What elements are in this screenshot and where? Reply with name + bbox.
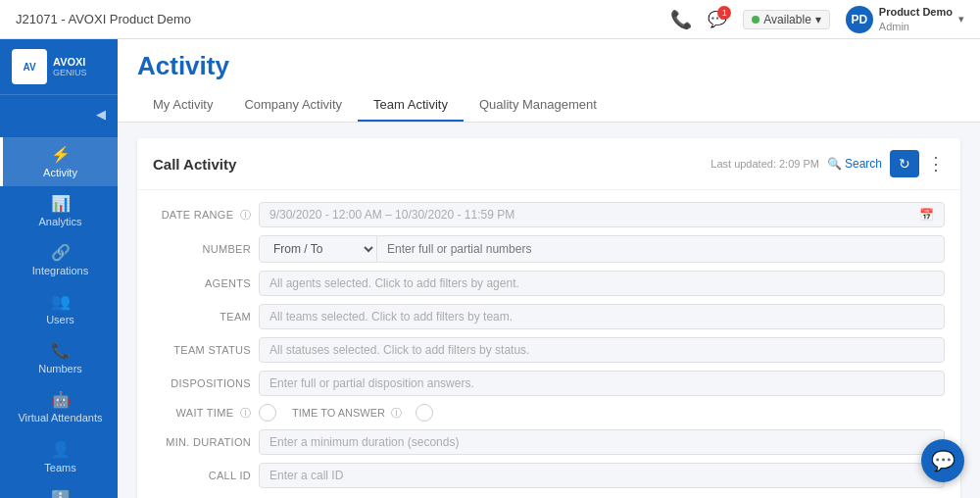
filter-dispositions: DISPOSITIONS Enter full or partial dispo…: [153, 371, 945, 396]
card-title: Call Activity: [153, 156, 236, 173]
avatar: PD: [846, 6, 873, 33]
info-icon: ⓘ: [240, 209, 251, 221]
sidebar-item-integrations[interactable]: 🔗 Integrations: [0, 235, 118, 284]
notifications-icon[interactable]: 💬 1: [708, 10, 727, 28]
sidebar-item-teams-label: Teams: [44, 462, 75, 473]
sidebar-item-activity-label: Activity: [43, 167, 77, 178]
number-filter-input[interactable]: From / To: [259, 235, 945, 263]
team-input[interactable]: All teams selected. Click to add filters…: [259, 304, 945, 329]
tta-info-icon: ⓘ: [391, 407, 402, 419]
time-to-answer-filter: TIME TO ANSWER ⓘ: [292, 404, 945, 422]
sidebar-item-analytics-label: Analytics: [38, 216, 81, 227]
tab-quality-management[interactable]: Quality Management: [464, 89, 612, 122]
filters-section: DATE RANGE ⓘ 9/30/2020 - 12:00 AM – 10/3…: [137, 190, 960, 498]
wait-time-info-icon: ⓘ: [240, 407, 251, 419]
integrations-icon: 🔗: [51, 243, 71, 262]
date-range-value[interactable]: 9/30/2020 - 12:00 AM – 10/30/2020 - 11:5…: [259, 202, 945, 227]
wait-time-circle: [259, 404, 276, 422]
virtual-attendants-icon: 🤖: [51, 390, 71, 409]
user-info: Product Demo Admin: [879, 5, 953, 33]
team-status-input[interactable]: All statuses selected. Click to add filt…: [259, 337, 945, 363]
sidebar-item-analytics[interactable]: 📊 Analytics: [0, 186, 118, 235]
team-status-label: TEAM STATUS: [153, 344, 251, 356]
page-title-row: Activity: [137, 51, 960, 81]
team-label: TEAM: [153, 311, 251, 323]
sidebar-item-virtual-attendants-label: Virtual Attendants: [18, 412, 102, 424]
dispositions-input[interactable]: Enter full or partial disposition answer…: [259, 371, 945, 396]
filter-team-status: TEAM STATUS All statuses selected. Click…: [153, 337, 945, 363]
topbar-title: J21071 - AVOXI Product Demo: [16, 12, 191, 26]
notification-badge: 1: [717, 6, 731, 20]
sidebar-item-virtual-attendants[interactable]: 🤖 Virtual Attendants: [0, 382, 118, 432]
sidebar-item-integrations-label: Integrations: [32, 265, 88, 276]
page-header: Activity My Activity Company Activity Te…: [118, 39, 980, 123]
call-id-input[interactable]: Enter a call ID: [259, 463, 945, 488]
main-layout: AV AVOXI GENIUS ◀ ⚡ Activity 📊 Analytics…: [0, 39, 980, 498]
number-select[interactable]: From / To: [260, 236, 377, 262]
status-dot: [752, 16, 760, 24]
status-label: Available: [763, 13, 810, 26]
card-header: Call Activity Last updated: 2:09 PM 🔍 Se…: [137, 138, 960, 190]
sidebar-item-numbers[interactable]: 📞 Numbers: [0, 333, 118, 382]
chat-bubble[interactable]: 💬: [921, 439, 964, 482]
status-chevron: ▾: [815, 13, 821, 26]
availability-selector[interactable]: Available ▾: [743, 10, 829, 29]
filter-team: TEAM All teams selected. Click to add fi…: [153, 304, 945, 329]
filter-date-range: DATE RANGE ⓘ 9/30/2020 - 12:00 AM – 10/3…: [153, 202, 945, 227]
topbar-left: J21071 - AVOXI Product Demo: [16, 12, 191, 26]
card-actions: Last updated: 2:09 PM 🔍 Search ↻ ⋮: [710, 150, 945, 177]
tab-my-activity[interactable]: My Activity: [137, 89, 228, 122]
topbar-right: 📞 💬 1 Available ▾ PD Product Demo Admin …: [670, 5, 964, 33]
time-to-answer-label: TIME TO ANSWER ⓘ: [292, 406, 402, 421]
main-content: Call Activity Last updated: 2:09 PM 🔍 Se…: [118, 123, 980, 498]
nav-items: ⚡ Activity 📊 Analytics 🔗 Integrations 👥 …: [0, 133, 118, 498]
logo-text: AVOXI GENIUS: [53, 56, 87, 77]
call-activity-card: Call Activity Last updated: 2:09 PM 🔍 Se…: [137, 138, 960, 498]
user-chevron: ▾: [958, 13, 964, 25]
licenses-icon: ℹ️: [51, 489, 71, 498]
tabs: My Activity Company Activity Team Activi…: [137, 89, 960, 122]
sidebar-item-licenses[interactable]: ℹ️ Licenses: [0, 481, 118, 498]
tta-circle: [416, 404, 433, 422]
refresh-button[interactable]: ↻: [890, 150, 919, 177]
logo-area: AV AVOXI GENIUS: [0, 39, 118, 95]
sidebar-item-teams[interactable]: 👤 Teams: [0, 432, 118, 481]
filter-agents: AGENTS All agents selected. Click to add…: [153, 271, 945, 296]
sidebar-item-activity[interactable]: ⚡ Activity: [0, 137, 118, 186]
logo-icon: AV: [12, 49, 47, 84]
number-label: NUMBER: [153, 243, 251, 255]
user-role: Admin: [879, 20, 953, 33]
content-area: Activity My Activity Company Activity Te…: [118, 39, 980, 498]
sidebar-item-numbers-label: Numbers: [38, 363, 82, 374]
tab-company-activity[interactable]: Company Activity: [228, 89, 358, 122]
dispositions-label: DISPOSITIONS: [153, 377, 251, 389]
min-duration-label: MIN. DURATION: [153, 436, 251, 448]
date-range-label: DATE RANGE ⓘ: [153, 208, 251, 223]
user-name: Product Demo: [879, 5, 953, 19]
wait-time-inputs: TIME TO ANSWER ⓘ: [259, 404, 945, 422]
activity-icon: ⚡: [51, 145, 71, 164]
filter-number: NUMBER From / To: [153, 235, 945, 263]
wait-time-input-wrap: [259, 404, 276, 422]
search-link[interactable]: 🔍 Search: [827, 157, 882, 171]
min-duration-input[interactable]: Enter a minimum duration (seconds): [259, 429, 945, 455]
phone-status-icon[interactable]: 📞: [670, 9, 692, 30]
sidebar-item-users-label: Users: [46, 314, 74, 325]
calendar-icon: 📅: [919, 208, 934, 222]
wait-time-label: WAIT TIME ⓘ: [153, 406, 251, 421]
user-menu[interactable]: PD Product Demo Admin ▾: [846, 5, 964, 33]
collapse-area: ◀: [0, 95, 118, 133]
page-title: Activity: [137, 51, 229, 81]
teams-icon: 👤: [51, 440, 71, 459]
agents-input[interactable]: All agents selected. Click to add filter…: [259, 271, 945, 296]
search-circle-icon: 🔍: [827, 157, 842, 171]
collapse-button[interactable]: ◀: [88, 99, 114, 129]
sidebar-item-users[interactable]: 👥 Users: [0, 284, 118, 333]
topbar: J21071 - AVOXI Product Demo 📞 💬 1 Availa…: [0, 0, 980, 39]
number-input[interactable]: [377, 237, 944, 261]
more-options-button[interactable]: ⋮: [927, 153, 945, 174]
analytics-icon: 📊: [51, 194, 71, 213]
tab-team-activity[interactable]: Team Activity: [358, 89, 464, 122]
call-id-label: CALL ID: [153, 470, 251, 481]
filter-call-id: CALL ID Enter a call ID: [153, 463, 945, 488]
